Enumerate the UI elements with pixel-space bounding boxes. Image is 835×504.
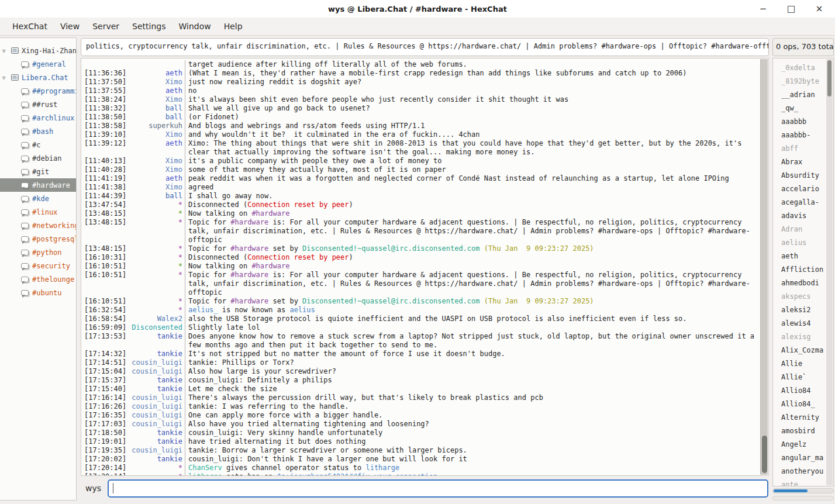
sidebar-item-security[interactable]: #security [0,259,76,272]
user-item[interactable]: alewis4 [781,317,826,330]
user-item[interactable]: aleksi2 [781,303,826,317]
sidebar-item-git[interactable]: #git [0,165,76,178]
user-item[interactable]: aaabbb [781,115,826,129]
user-item[interactable]: accelario [781,182,826,196]
userlist-scrollbar-vertical[interactable] [826,59,833,485]
menu-help[interactable]: Help [218,18,249,36]
sidebar-item-linux[interactable]: #linux [0,205,76,219]
user-item[interactable]: adavis [781,209,826,223]
sidebar-item-c[interactable]: #c [0,138,76,151]
user-item[interactable]: Allie [781,357,826,371]
message: agreed [185,183,760,192]
user-item[interactable]: Allie` [781,371,826,384]
topic-bar[interactable]: politics, cryptocurrency talk, unfair di… [81,38,769,56]
sidebar-item-postgresql[interactable]: #postgresql [0,232,76,246]
chat-scrollbar[interactable] [760,59,768,475]
userlist-scrollbar-thumb[interactable] [827,60,831,96]
sidebar-item-debian[interactable]: #debian [0,151,76,165]
sidebar-item-bash[interactable]: #bash [0,125,76,138]
user-item[interactable]: Abrax [781,156,826,169]
message-segment: cousin_luigi: Definitely a philips [188,376,332,384]
message-input[interactable] [108,479,768,498]
user-item[interactable]: _8192byte [781,75,826,88]
user-item[interactable]: ahmedbodi [781,277,826,290]
menu-hexchat[interactable]: HexChat [6,18,54,36]
sidebar-item-libera-chat[interactable]: ▽Libera.Chat [0,71,76,84]
timestamp: [11:40:28] [84,165,126,174]
nick: aeth [126,87,185,95]
userlist-hscroll-thumb[interactable] [774,489,808,492]
input-row: wys [78,476,769,500]
message-segment: Also how large is your screwdriver? [188,367,336,375]
nick: tankie [126,455,185,464]
user-item[interactable]: aaabbb- [781,129,826,142]
user-item[interactable]: alexisg [781,330,826,344]
user-item[interactable]: akspecs [781,290,826,303]
user-item[interactable]: _qw_ [781,102,826,115]
menu-window[interactable]: Window [172,18,217,36]
user-item[interactable]: _0xdelta [781,61,826,75]
user-item[interactable]: aelius [781,236,826,250]
user-item[interactable]: anotheryou [781,465,826,478]
user-item[interactable]: Adran [781,223,826,236]
user-item[interactable]: Affliction [781,263,826,277]
sidebar-item-label: #bash [32,127,53,136]
user-item[interactable]: acegalla- [781,196,826,209]
nick: * [126,244,185,253]
user-item[interactable]: abff [781,142,826,156]
userlist-scrollbar-horizontal[interactable] [772,488,834,493]
sidebar-item-label: #general [32,60,66,68]
sidebar-item-xing-hai-zhang[interactable]: ▽Xing-Hai-Zhang [0,44,76,57]
sidebar-item-hardware[interactable]: #hardware [0,178,76,192]
user-item[interactable]: aeth [781,250,826,263]
user-item[interactable]: Alix_Cozma [781,344,826,357]
user-item[interactable]: __adrian [781,88,826,102]
user-item[interactable]: Angelz [781,438,826,451]
sidebar-item-ubuntu[interactable]: #ubuntu [0,286,76,299]
expander-icon[interactable]: ▽ [2,48,11,54]
user-item[interactable]: ante [781,478,826,486]
user-item[interactable]: Allio84_ [781,398,826,411]
sidebar-item-general[interactable]: #general [0,57,76,71]
sidebar-item-rust[interactable]: ##rust [0,98,76,111]
message-segment: some of that money they actually have, m… [188,165,446,174]
sidebar-item-networking[interactable]: #networking [0,219,76,232]
sidebar-item-thelounge[interactable]: #thelounge [0,272,76,286]
timestamp: [17:19:01] [84,437,126,446]
message-segment: cousin_luigi: Very skinny handle unfortu… [188,429,382,437]
chat-scrollbar-thumb[interactable] [762,436,767,473]
sidebar-item-python[interactable]: #python [0,246,76,259]
userlist-scrollbar-track-2[interactable] [772,496,834,500]
message: tankie: Phillips or Torx? [185,358,760,367]
user-item[interactable]: Absurdity [781,169,826,182]
message-segment [480,244,484,253]
menu-view[interactable]: View [54,18,86,36]
sidebar-item-label: #postgresql [32,235,76,243]
close-button[interactable]: × [813,0,826,18]
nick: * [126,218,185,227]
user-item[interactable]: angular_ma [781,451,826,465]
user-item[interactable]: amosbird [781,424,826,438]
sidebar-item-label: #c [32,141,40,149]
nick-label[interactable]: wys [85,484,101,493]
maximize-button[interactable]: □ [785,0,798,18]
menu-server[interactable]: Server [86,18,126,36]
message: There's always the percussion drill way,… [185,393,760,402]
chat-area: target audience after killing off litera… [81,58,769,476]
minimize-button[interactable]: − [757,0,770,18]
user-item[interactable]: Allio84 [781,384,826,398]
expander-icon[interactable]: ▽ [2,75,11,81]
chat-line: [11:38:32]ballShall we all give up and g… [84,104,760,113]
timestamp: [16:58:54] [84,315,126,323]
nick: * [126,253,185,262]
sidebar-item-archlinux[interactable]: #archlinux [0,111,76,125]
channel-icon [21,196,29,202]
timestamp: [17:15:37] [84,376,126,385]
menu-settings[interactable]: Settings [126,18,172,36]
user-item[interactable]: Alternity [781,411,826,424]
sidebar-item-kde[interactable]: #kde [0,192,76,205]
message-segment: peak reddit was when it was a forgotten … [188,174,729,182]
sidebar-item-programming[interactable]: ##programming [0,84,76,98]
chat-line: [13:47:54]*Disconnected (Connection rese… [84,201,760,209]
message: litharge sets ban on $a:joeyzheng5403$##… [185,472,760,476]
